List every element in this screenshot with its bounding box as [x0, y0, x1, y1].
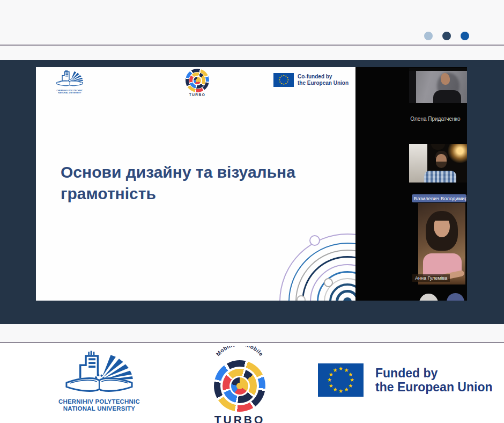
decorative-node [309, 235, 320, 246]
carousel-dot-icon[interactable] [442, 32, 451, 40]
eu-cofunded-text: Co-funded by the European Union [298, 74, 349, 86]
slide-title: Основи дизайну та візуальна грамотність [61, 162, 312, 205]
turbo-wordmark: TURBO [184, 93, 210, 97]
university-emblem-icon [57, 349, 142, 396]
university-name-line: CHERNIHIV POLYTECHNIC [51, 398, 147, 405]
eu-stars: ★★★★★★★★★★★★ [318, 363, 364, 397]
eu-flag-icon: ★★★★★★★★★★★★ [318, 363, 364, 397]
decorative-ring [310, 264, 355, 301]
eu-star-icon: ★ [338, 388, 344, 395]
university-logo-small: CHERNIHIV POLYTECHNIC NATIONAL UNIVERSIT… [49, 69, 91, 94]
eu-funded-logo: ★★★★★★★★★★★★ Funded by the European Unio… [318, 363, 493, 397]
turbo-logo-small: TURBO [184, 69, 210, 97]
eu-text-line: the European Union [298, 80, 349, 86]
eu-text-line: the European Union [375, 380, 493, 394]
eu-cofunded-logo: ★★★★★★★★★★★★ Co-funded by the European U… [273, 73, 349, 87]
turbo-spiral-icon [186, 69, 209, 92]
university-name-line: NATIONAL UNIVERSITY [51, 405, 147, 412]
eu-star-icon: ★ [278, 73, 285, 79]
participant-avatar [419, 294, 438, 301]
university-name-line: NATIONAL UNIVERSITY [49, 92, 91, 94]
turbo-logo: Mobilis in mobile TURBO [206, 346, 273, 423]
carousel-dot-icon[interactable] [424, 32, 433, 40]
participant-video [409, 144, 467, 183]
promo-graphic: CHERNIHIV POLYTECHNIC NATIONAL UNIVERSIT… [0, 0, 504, 423]
participant-name: Олена Придатченко [404, 116, 467, 122]
decorative-ring [317, 271, 355, 301]
participant-video [418, 203, 465, 285]
decorative-node [324, 278, 333, 287]
decorative-ring [302, 256, 355, 301]
carousel-dots [424, 32, 469, 40]
eu-stars: ★★★★★★★★★★★★ [273, 73, 294, 87]
participant-avatar [447, 293, 464, 301]
screenshot-band: CHERNIHIV POLYTECHNIC NATIONAL UNIVERSIT… [0, 60, 504, 324]
decorative-ring [343, 297, 352, 301]
turbo-arc-text: Mobilis in mobile [206, 346, 273, 360]
eu-flag-icon: ★★★★★★★★★★★★ [273, 73, 294, 87]
divider [0, 45, 504, 46]
eu-star-icon: ★ [343, 386, 350, 393]
university-logo: CHERNIHIV POLYTECHNIC NATIONAL UNIVERSIT… [51, 349, 147, 412]
eu-star-icon: ★ [327, 377, 333, 383]
svg-text:Mobilis in mobile: Mobilis in mobile [215, 346, 264, 357]
decorative-ring [336, 290, 355, 301]
participant-name: Анна Гулеміва [412, 274, 450, 282]
eu-text-line: Funded by [375, 366, 493, 380]
decorative-ring [295, 250, 355, 301]
turbo-spiral-icon [214, 360, 265, 412]
university-emblem-icon [51, 69, 88, 87]
decorative-node [297, 295, 306, 301]
presentation-slide: CHERNIHIV POLYTECHNIC NATIONAL UNIVERSIT… [36, 67, 355, 301]
participant-video [409, 68, 467, 103]
university-name-small: CHERNIHIV POLYTECHNIC NATIONAL UNIVERSIT… [49, 90, 91, 94]
decorative-ring [329, 283, 355, 301]
carousel-dot-icon[interactable] [461, 32, 469, 40]
active-speaker-label: Базилевич Володимир М. [412, 194, 466, 202]
decorative-ring [288, 243, 355, 301]
eu-funded-text: Funded by the European Union [375, 366, 493, 394]
decorative-ring [324, 278, 355, 301]
decorative-ring [279, 234, 355, 301]
eu-star-icon: ★ [332, 367, 338, 374]
turbo-wordmark: TURBO [206, 413, 273, 423]
eu-star-icon: ★ [328, 383, 334, 389]
logos-footer: CHERNIHIV POLYTECHNIC NATIONAL UNIVERSIT… [0, 343, 504, 423]
participants-filmstrip: Олена Придатченко Базилевич Володимир М.… [355, 67, 467, 301]
eu-text-line: Co-funded by [298, 74, 349, 80]
university-name: CHERNIHIV POLYTECHNIC NATIONAL UNIVERSIT… [51, 398, 147, 412]
